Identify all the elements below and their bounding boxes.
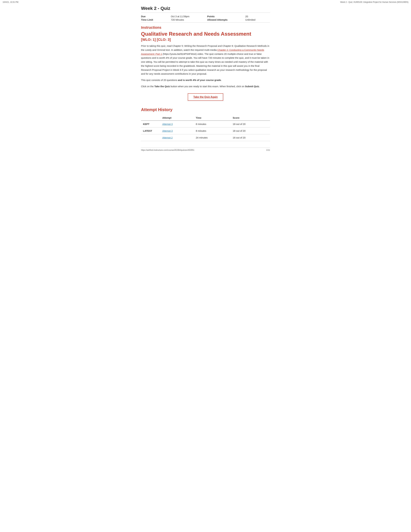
due-label: Due — [141, 15, 168, 18]
meta-divider — [141, 22, 270, 23]
para1-link-url: (https://youtu.be/624PSIIFWsA) — [162, 53, 197, 55]
para2-after-bold: . — [221, 79, 222, 81]
col-header-score: Score — [231, 115, 270, 121]
instructions-para1: Prior to taking this quiz, read Chapter … — [141, 44, 270, 76]
row-time: 8 minutes — [194, 121, 231, 127]
row-time: 8 minutes — [194, 127, 231, 134]
para2-bold: and is worth 4% of your course grade — [178, 79, 221, 81]
row-label — [141, 134, 160, 141]
para3-before-bold1: Click on the — [141, 85, 154, 88]
due-value: Oct 3 at 11:59pm — [171, 15, 204, 18]
attempt-link[interactable]: Attempt 3 — [162, 129, 173, 132]
quiz-meta: Due Oct 3 at 11:59pm Points 20 Time Limi… — [141, 15, 270, 21]
table-row: LATESTAttempt 3 8 minutes18 out of 20 — [141, 127, 270, 134]
row-score: 18 out of 20 — [231, 121, 270, 127]
row-attempt: Attempt 3 — [160, 121, 194, 127]
wlo-clo: [WLO: 1] [CLO: 3] — [141, 38, 270, 42]
col-header-time: Time — [194, 115, 231, 121]
table-header-row: Attempt Time Score — [141, 115, 270, 121]
para3-bold2: Submit Quiz — [245, 85, 259, 88]
attempt-history-table: Attempt Time Score KEPTAttempt 3 8 minut… — [141, 115, 270, 141]
footer-bar: https://ashford.instructure.com/courses/… — [141, 148, 270, 151]
para3-end: . — [259, 85, 260, 88]
col-header-empty — [141, 115, 160, 121]
para3-after-bold1: button when you are ready to start this … — [170, 85, 245, 88]
row-attempt: Attempt 3 — [160, 127, 194, 134]
row-score: 16 out of 20 — [231, 134, 270, 141]
time-limit-value: 720 Minutes — [171, 18, 204, 21]
instructions-para2: This quiz consists of 20 questions and i… — [141, 78, 270, 82]
footer-url: https://ashford.instructure.com/courses/… — [141, 149, 194, 151]
quiz-main-title: Qualitative Research and Needs Assessmen… — [141, 31, 270, 37]
browser-timestamp: 10/4/21, 10:31 PM — [3, 1, 18, 3]
take-quiz-button[interactable]: Take the Quiz Again — [188, 93, 223, 101]
para2-before-bold: This quiz consists of 20 questions — [141, 79, 178, 81]
browser-bar: 10/4/21, 10:31 PM Week 2 - Quiz: HUM5100… — [0, 0, 411, 4]
points-value: 20 — [245, 15, 270, 18]
row-label: LATEST — [141, 127, 160, 134]
attempt-link[interactable]: Attempt 3 — [162, 123, 173, 125]
points-label: Points — [207, 15, 242, 18]
attempt-link[interactable]: Attempt 2 — [162, 136, 173, 139]
instructions-para3: Click on the Take the Quiz button when y… — [141, 85, 270, 88]
allowed-attempts-label: Allowed Attempts — [207, 18, 242, 21]
row-attempt: Attempt 2 — [160, 134, 194, 141]
col-header-attempt: Attempt — [160, 115, 194, 121]
row-time: 24 minutes — [194, 134, 231, 141]
instructions-heading: Instructions — [141, 26, 270, 30]
browser-page-title: Week 2 - Quiz: HUM5100: Integrative Proj… — [340, 1, 408, 3]
para3-bold1: Take the Quiz — [154, 85, 170, 88]
page-title: Week 2 - Quiz — [141, 6, 270, 11]
row-score: 18 out of 20 — [231, 127, 270, 134]
table-row: Attempt 2 24 minutes16 out of 20 — [141, 134, 270, 141]
table-row: KEPTAttempt 3 8 minutes18 out of 20 — [141, 121, 270, 127]
attempt-history-heading: Attempt History — [141, 107, 270, 112]
footer-page-num: 1/11 — [266, 149, 270, 151]
row-label: KEPT — [141, 121, 160, 127]
take-quiz-container: Take the Quiz Again — [141, 93, 270, 101]
allowed-attempts-value: Unlimited — [245, 18, 270, 21]
page-content: Week 2 - Quiz Due Oct 3 at 11:59pm Point… — [136, 4, 275, 161]
para1-after-link: video. The quiz contains 20 multiple-cho… — [141, 53, 269, 75]
time-limit-label: Time Limit — [141, 18, 168, 21]
